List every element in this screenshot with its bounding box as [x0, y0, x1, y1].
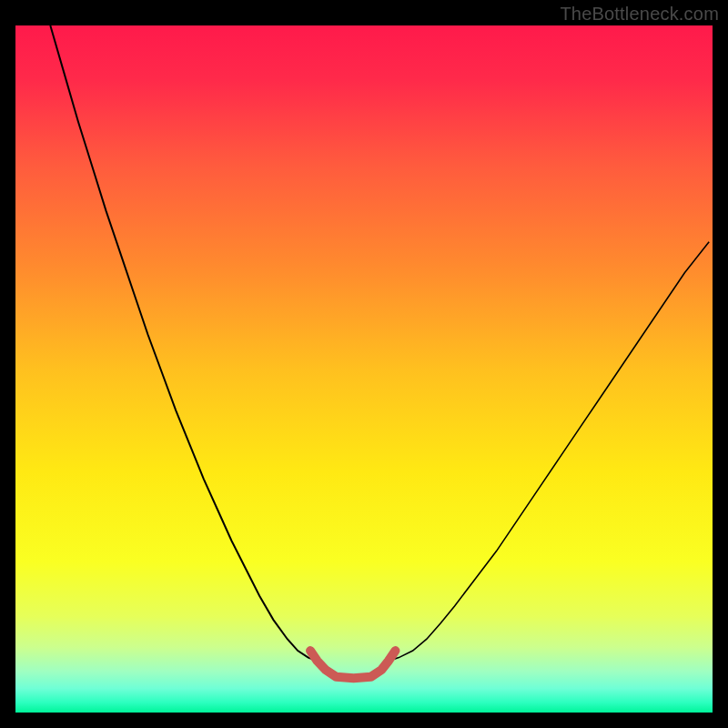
- gradient-background: [15, 25, 713, 713]
- bottleneck-chart: [15, 25, 713, 713]
- chart-frame: TheBottleneck.com: [0, 0, 728, 728]
- plot-area: [15, 25, 713, 713]
- watermark-text: TheBottleneck.com: [560, 4, 719, 25]
